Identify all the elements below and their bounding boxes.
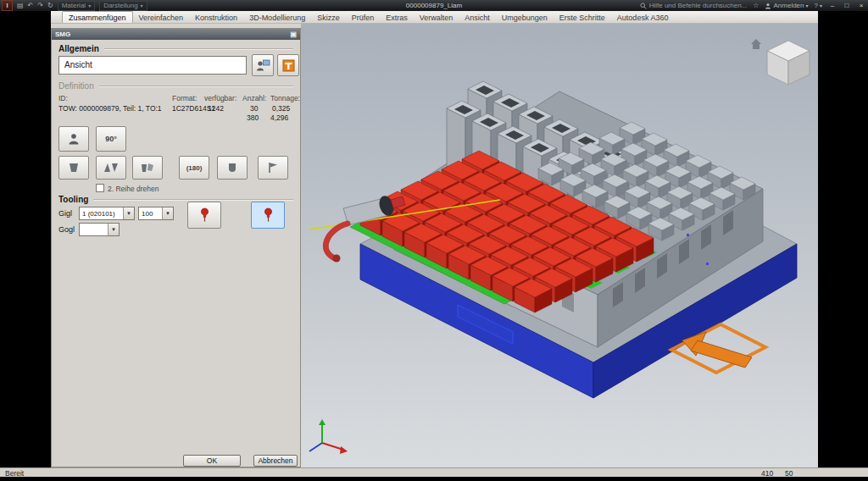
flag-icon [267, 162, 279, 174]
view-cube[interactable] [767, 41, 810, 85]
id-value: TOW: 0000009879, Teil: 1, TO:1 [58, 104, 162, 113]
axis-triad-icon [309, 419, 348, 454]
tab-extras[interactable]: Extras [380, 12, 414, 23]
redo-icon[interactable]: ↷ [37, 1, 43, 10]
gigl-count-select[interactable]: 100 ▼ [138, 207, 174, 220]
pushpin-icon [262, 207, 275, 223]
part-single-button[interactable] [58, 156, 89, 180]
parts-pair-button[interactable] [96, 156, 126, 180]
chevron-down-icon: ▾ [141, 3, 143, 8]
cup-button[interactable] [217, 156, 248, 180]
cup-icon [226, 162, 238, 174]
anzahl-label: Anzahl: [242, 94, 266, 102]
darstellung-label: Darstellung [103, 2, 137, 9]
divider [93, 199, 293, 201]
section-definition: Definition [58, 81, 293, 91]
panel-menu-icon[interactable]: ▣ [290, 30, 297, 38]
anzahl-value: 30 [250, 104, 258, 113]
tooling-pin-button[interactable] [187, 202, 221, 229]
ok-button[interactable]: OK [183, 455, 241, 467]
chevron-down-icon: ▾ [806, 3, 809, 8]
view-name-input[interactable]: Ansicht [58, 56, 247, 75]
gigl-label: Gigl [58, 209, 72, 218]
viewport-3d[interactable] [301, 24, 818, 467]
help-label: ? [815, 2, 818, 9]
tab-erste-schritte[interactable]: Erste Schritte [554, 12, 611, 23]
title-bar: I ▤ ↶ ↷ ↻ Material ▾ Darstellung ▾ 00000… [0, 0, 868, 11]
second-row-rotate-label: 2. Reihe drehen [108, 185, 159, 193]
inventor-app-icon[interactable]: I [2, 0, 13, 11]
divider [99, 86, 293, 87]
smg-panel: SMG ▣ Allgemein Ansicht Definition ID: F… [51, 28, 301, 467]
cancel-button[interactable]: Abbrechen [253, 455, 298, 467]
person-icon [765, 3, 771, 9]
person-monitor-icon [256, 59, 270, 71]
help-search-box[interactable]: Hilfe und Befehle durchsuchen... [640, 2, 748, 9]
tab-vereinfachen[interactable]: Vereinfachen [133, 12, 190, 23]
tab-pruefen[interactable]: Prüfen [346, 12, 381, 23]
minimize-button[interactable]: – [828, 2, 837, 9]
to-stamp-button[interactable] [277, 54, 299, 76]
tab-ansicht[interactable]: Ansicht [459, 12, 496, 23]
tab-konstruktion[interactable]: Konstruktion [189, 12, 243, 23]
darstellung-dropdown[interactable]: Darstellung ▾ [99, 1, 147, 11]
to-stamp-icon [282, 59, 295, 72]
status-bar: Bereit 410 50 [0, 467, 868, 477]
gogl-label: Gogl [58, 225, 75, 234]
refresh-icon[interactable]: ↻ [47, 1, 53, 10]
orientation-person-button[interactable] [58, 126, 89, 152]
datum-point [687, 234, 689, 236]
pushpin-icon [198, 207, 211, 223]
tab-zusammenfuegen[interactable]: Zusammenfügen [62, 11, 133, 23]
chevron-down-icon: ▾ [88, 3, 91, 8]
tonnage-value: 0,325 [272, 104, 290, 113]
view-person-button[interactable] [252, 54, 274, 76]
rotate-90-button[interactable]: 90° [96, 126, 126, 152]
tooling-pin-button-selected[interactable] [251, 202, 285, 229]
chevron-down-icon: ▼ [123, 207, 134, 219]
chevron-down-icon: ▼ [108, 224, 119, 235]
tab-umgebungen[interactable]: Umgebungen [496, 12, 554, 23]
part-row-icon [140, 162, 155, 174]
tab-autodesk-a360[interactable]: Autodesk A360 [611, 12, 675, 23]
close-button[interactable]: × [857, 2, 865, 9]
section-allgemein: Allgemein [58, 44, 293, 53]
smg-panel-title: SMG [55, 30, 70, 38]
tonnage-value-2: 4,296 [270, 113, 288, 122]
tonnage-label: Tonnage: [270, 94, 300, 102]
part-row-button[interactable] [132, 156, 163, 180]
gigl-count-value: 100 [139, 210, 162, 218]
chevron-down-icon: ▾ [820, 3, 822, 8]
search-placeholder: Hilfe und Befehle durchsuchen... [649, 2, 748, 9]
person-icon [68, 133, 80, 145]
tab-3d-modellierung[interactable]: 3D-Modellierung [243, 12, 311, 23]
gogl-select[interactable]: ▼ [79, 223, 120, 236]
allgemein-heading: Allgemein [58, 44, 99, 53]
sign-in-button[interactable]: Anmelden ▾ [765, 2, 808, 9]
verfuegbar-label: verfügbar: [204, 94, 236, 102]
material-dropdown[interactable]: Material ▾ [58, 1, 95, 11]
smg-panel-header[interactable]: SMG ▣ [52, 29, 300, 40]
rotate-90-icon: 90° [105, 135, 117, 143]
gigl-select[interactable]: 1 (020101) ▼ [79, 207, 135, 220]
sign-in-label: Anmelden [773, 2, 804, 9]
tab-verwalten[interactable]: Verwalten [414, 12, 459, 23]
home-icon[interactable] [751, 39, 761, 49]
favorites-star-icon[interactable]: ☆ [753, 1, 759, 10]
ribbon-tab-bar: Zusammenfügen Vereinfachen Konstruktion … [51, 11, 818, 24]
flag-button[interactable] [258, 156, 288, 180]
help-menu[interactable]: ? ▾ [815, 2, 822, 9]
save-icon[interactable]: ▤ [17, 1, 24, 10]
status-value-a: 410 [761, 469, 773, 478]
status-ready: Bereit [5, 469, 24, 478]
status-value-b: 50 [785, 469, 793, 478]
material-label: Material [62, 2, 86, 9]
rotate-180-button[interactable]: (180) [179, 156, 209, 180]
undo-icon[interactable]: ↶ [28, 1, 34, 10]
part-single-icon [67, 162, 81, 174]
restore-button[interactable]: □ [843, 2, 851, 9]
second-row-rotate-checkbox[interactable] [96, 184, 104, 192]
tab-skizze[interactable]: Skizze [311, 12, 346, 23]
format-label: Format: [172, 94, 197, 102]
tooling-heading: Tooling [58, 195, 88, 204]
